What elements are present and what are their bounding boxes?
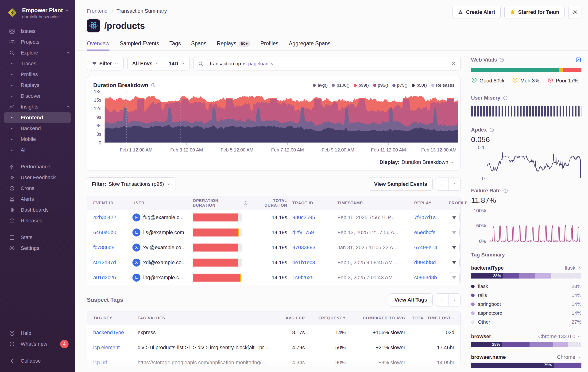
- sidebar-item-performance[interactable]: Performance: [0, 161, 75, 172]
- replay-link[interactable]: c0963d8b: [414, 275, 444, 281]
- profile-button[interactable]: [449, 272, 460, 283]
- tag-legend-row[interactable]: flask28%: [471, 282, 581, 291]
- sidebar-item-projects[interactable]: Projects: [0, 37, 75, 47]
- help-circle-icon[interactable]: [243, 201, 248, 205]
- sidebar-item-explore[interactable]: Explore: [0, 47, 75, 58]
- column-header-total-time-lost[interactable]: TOTAL TIME LOST ↓: [411, 316, 454, 320]
- replay-link[interactable]: e5edbcfe: [414, 229, 444, 235]
- tag-key-link[interactable]: lcp.element: [93, 345, 132, 351]
- sidebar-item-mobile[interactable]: Mobile: [0, 134, 75, 145]
- pagination-next-button[interactable]: [448, 294, 461, 306]
- legend-item-p50[interactable]: p50(): [412, 83, 427, 88]
- tag-key-link[interactable]: lcp.url: [93, 360, 132, 366]
- display-dropdown[interactable]: Duration Breakdown: [401, 159, 448, 165]
- sidebar-item-help[interactable]: Help: [0, 328, 75, 339]
- sidebar-item-whats-new[interactable]: What's new 4: [0, 339, 75, 350]
- event-id-link[interactable]: fc7886d8: [93, 244, 127, 251]
- event-id-link[interactable]: c012e37d: [93, 259, 127, 266]
- sidebar-item-settings[interactable]: Settings: [0, 243, 75, 254]
- sidebar-item-dashboards[interactable]: Dashboards: [0, 204, 75, 215]
- sidebar-item-stats[interactable]: Stats: [0, 232, 75, 243]
- open-in-new-icon[interactable]: [575, 57, 581, 63]
- legend-item-p75[interactable]: p75(): [392, 83, 407, 88]
- tab-tags[interactable]: Tags: [169, 40, 181, 51]
- operation-duration-bar[interactable]: [193, 244, 242, 252]
- help-circle-icon[interactable]: [499, 57, 504, 63]
- sidebar-collapse-button[interactable]: Collapse: [0, 356, 75, 366]
- sidebar-item-issues[interactable]: Issues: [0, 26, 75, 37]
- tag-legend-row[interactable]: rails14%: [471, 291, 581, 300]
- tag-legend-row[interactable]: Other27%: [471, 318, 581, 326]
- pagination-prev-button[interactable]: [436, 178, 448, 191]
- replay-link[interactable]: 67499e14: [414, 244, 444, 251]
- search-token[interactable]: transaction.op is pageload ×: [207, 59, 276, 68]
- trace-id-link[interactable]: be1b1ec3: [292, 259, 332, 266]
- tag-distribution-bar[interactable]: 75%: [471, 363, 581, 368]
- sidebar-item-backend[interactable]: Backend: [0, 123, 75, 134]
- create-alert-button[interactable]: Create Alert: [452, 6, 501, 19]
- sidebar-item-alerts[interactable]: Alerts: [0, 194, 75, 204]
- tab-overview[interactable]: Overview: [87, 40, 109, 51]
- search-input[interactable]: transaction.op is pageload ×: [193, 57, 461, 70]
- tab-sampled-events[interactable]: Sampled Events: [120, 40, 159, 51]
- profile-button[interactable]: [449, 257, 460, 268]
- trace-id-link[interactable]: 97033893: [292, 244, 332, 251]
- sidebar-item-crons[interactable]: Crons: [0, 183, 75, 194]
- breadcrumb-frontend[interactable]: Frontend: [87, 8, 107, 14]
- replay-link[interactable]: d994bf8d: [414, 259, 444, 266]
- period-selector[interactable]: 14D: [164, 57, 189, 70]
- profile-button[interactable]: [449, 242, 460, 253]
- trace-id-link[interactable]: 1c9f2625: [292, 275, 332, 281]
- search-clear-icon[interactable]: [451, 61, 456, 66]
- sidebar-item-releases[interactable]: Releases: [0, 215, 75, 226]
- transactions-filter-dropdown[interactable]: Filter: Slow Transactions (p95): [87, 177, 175, 191]
- trace-id-link[interactable]: 930c2595: [292, 214, 332, 221]
- sidebar-item-replays[interactable]: Replays: [0, 80, 75, 91]
- filter-button[interactable]: Filter: [87, 57, 124, 70]
- help-circle-icon[interactable]: [503, 95, 508, 101]
- profile-button[interactable]: [449, 212, 460, 223]
- env-selector[interactable]: All Envs: [127, 57, 164, 70]
- tag-legend-row[interactable]: aspnetcore14%: [471, 308, 581, 318]
- pagination-next-button[interactable]: [448, 178, 461, 191]
- help-circle-icon[interactable]: [503, 188, 508, 193]
- view-sampled-events-button[interactable]: View Sampled Events: [369, 178, 432, 191]
- event-id-link[interactable]: a01d2c26: [93, 275, 127, 281]
- org-switcher[interactable]: Empower Plant dominik.buszowiec...: [0, 0, 75, 24]
- legend-item-p100[interactable]: p100(): [332, 83, 349, 88]
- tag-legend-row[interactable]: springboot14%: [471, 300, 581, 308]
- legend-item-Releases[interactable]: Releases: [431, 83, 454, 88]
- sidebar-item-frontend[interactable]: Frontend: [4, 112, 71, 123]
- tag-distribution-bar[interactable]: 28%: [471, 273, 581, 278]
- sidebar-item-profiles[interactable]: Profiles: [0, 69, 75, 80]
- help-circle-icon[interactable]: [489, 127, 494, 132]
- tab-spans[interactable]: Spans: [191, 40, 206, 51]
- event-id-link[interactable]: 6460e5b0: [93, 229, 127, 235]
- sidebar-item-insights[interactable]: Insights: [0, 101, 75, 112]
- trace-id-link[interactable]: d2f91759: [292, 229, 332, 235]
- operation-duration-bar[interactable]: [193, 259, 242, 266]
- sidebar-item-discover[interactable]: Discover: [0, 91, 75, 101]
- tag-key-link[interactable]: backendType: [93, 329, 132, 336]
- view-all-tags-button[interactable]: View All Tags: [389, 293, 432, 307]
- operation-duration-bar[interactable]: [193, 229, 242, 236]
- sidebar-item-ai[interactable]: AI: [0, 145, 75, 156]
- sidebar-item-user-feedback[interactable]: User Feedback: [0, 172, 75, 183]
- tab-profiles[interactable]: Profiles: [260, 40, 279, 51]
- sidebar-item-traces[interactable]: Traces: [0, 58, 75, 69]
- tag-value-dropdown[interactable]: Chrome: [557, 354, 581, 360]
- legend-item-avg[interactable]: avg(): [313, 83, 328, 88]
- operation-duration-bar[interactable]: [193, 274, 242, 282]
- duration-breakdown-chart[interactable]: 18s15s12s9s6s3s0Feb 1 12:00 AMFeb 3 12:0…: [87, 90, 461, 154]
- tag-value-dropdown[interactable]: flask: [565, 265, 581, 271]
- legend-item-p99[interactable]: p99(): [354, 83, 369, 88]
- help-circle-icon[interactable]: [151, 83, 156, 88]
- profile-button[interactable]: [449, 227, 460, 238]
- starred-for-team-button[interactable]: Starred for Team: [504, 6, 565, 19]
- tag-value-dropdown[interactable]: Chrome 133.0.0: [538, 333, 581, 340]
- tab-replays[interactable]: Replays50+: [217, 40, 250, 51]
- legend-item-p95[interactable]: p95(): [373, 83, 388, 88]
- tag-distribution-bar[interactable]: 28%: [471, 342, 581, 347]
- operation-duration-bar[interactable]: [193, 213, 242, 222]
- replay-link[interactable]: 7f8b7d1a: [414, 214, 444, 221]
